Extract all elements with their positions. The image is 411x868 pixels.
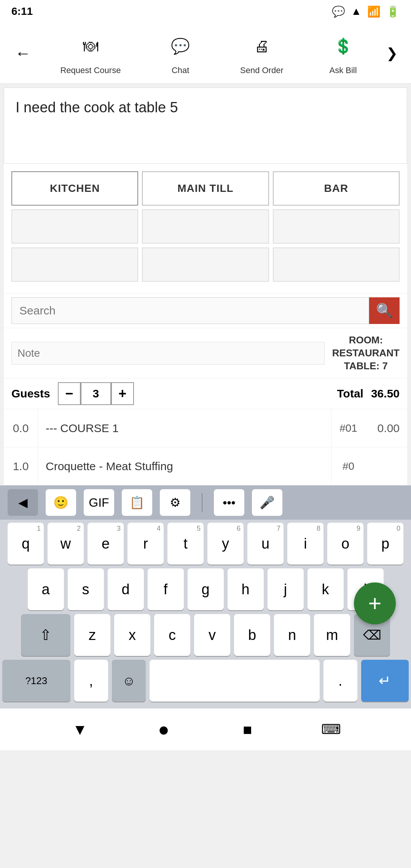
key-j[interactable]: j bbox=[268, 568, 304, 610]
nav-home-button[interactable]: ● bbox=[152, 718, 175, 741]
toolbar-separator bbox=[202, 493, 202, 512]
key-d[interactable]: d bbox=[108, 568, 144, 610]
kitchen-button[interactable]: KITCHEN bbox=[11, 171, 138, 206]
key-s[interactable]: s bbox=[68, 568, 104, 610]
key-y[interactable]: y6 bbox=[207, 523, 244, 565]
guests-plus-button[interactable]: + bbox=[111, 382, 134, 405]
search-section: 🔍 bbox=[4, 293, 407, 328]
chat-notification-icon: 💬 bbox=[332, 5, 345, 18]
key-p[interactable]: p0 bbox=[367, 523, 403, 565]
send-order-icon: 🖨 bbox=[247, 31, 277, 62]
search-icon: 🔍 bbox=[376, 303, 393, 319]
symbols-key[interactable]: ?123 bbox=[2, 660, 70, 702]
key-x[interactable]: x bbox=[114, 614, 150, 656]
status-bar: 6:11 💬 ▲ 📶 🔋 bbox=[0, 0, 411, 23]
status-icons: 💬 ▲ 📶 🔋 bbox=[332, 5, 400, 18]
comma-key[interactable]: , bbox=[74, 660, 108, 702]
mic-button[interactable]: 🎤 bbox=[252, 489, 282, 516]
shift-key[interactable]: ⇧ bbox=[21, 614, 70, 656]
key-row-2: a s d f g h j k l bbox=[2, 568, 409, 610]
key-n[interactable]: n bbox=[274, 614, 310, 656]
key-e[interactable]: e3 bbox=[88, 523, 124, 565]
key-m[interactable]: m bbox=[314, 614, 350, 656]
clipboard-button[interactable]: 📋 bbox=[122, 489, 152, 516]
total-section: Total 36.50 bbox=[337, 387, 400, 400]
nav-keyboard-button[interactable]: ⌨ bbox=[320, 718, 342, 741]
back-button[interactable]: ← bbox=[8, 44, 38, 62]
add-icon: + bbox=[368, 592, 381, 615]
request-course-button[interactable]: 🍽 Request Course bbox=[60, 31, 121, 75]
recipient-extra-1[interactable] bbox=[11, 209, 138, 244]
key-b[interactable]: b bbox=[234, 614, 270, 656]
key-k[interactable]: k bbox=[307, 568, 344, 610]
order-row-croquette[interactable]: 1.0 Croquette - Meat Stuffing #0 bbox=[4, 447, 407, 485]
total-label: Total bbox=[337, 387, 363, 400]
order-price-0: 0.00 bbox=[365, 409, 407, 447]
order-price-1 bbox=[365, 447, 407, 485]
nav-recents-button[interactable]: ■ bbox=[236, 718, 259, 741]
recipient-extra-3[interactable] bbox=[273, 209, 400, 244]
keyboard-back-icon: ◀ bbox=[18, 495, 28, 510]
restaurant-label: RESTAURANT bbox=[332, 347, 400, 360]
key-row-3: ⇧ z x c v b n m ⌫ bbox=[2, 614, 409, 656]
search-input[interactable] bbox=[11, 297, 369, 324]
key-w[interactable]: w2 bbox=[48, 523, 84, 565]
message-area[interactable]: I need the cook at table 5 bbox=[4, 88, 407, 164]
main-till-button[interactable]: MAIN TILL bbox=[142, 171, 269, 206]
order-row-course[interactable]: 0.0 --- COURSE 1 #01 0.00 bbox=[4, 409, 407, 447]
key-v[interactable]: v bbox=[194, 614, 230, 656]
spacebar-key[interactable] bbox=[150, 660, 319, 702]
total-value: 36.50 bbox=[371, 387, 400, 400]
key-u[interactable]: u7 bbox=[247, 523, 284, 565]
ask-bill-button[interactable]: 💲 Ask Bill bbox=[328, 31, 358, 75]
order-desc-1: Croquette - Meat Stuffing bbox=[38, 447, 331, 485]
search-button[interactable]: 🔍 bbox=[369, 297, 400, 324]
back-icon[interactable]: ← bbox=[15, 44, 31, 62]
emoji-key[interactable]: ☺ bbox=[112, 660, 146, 702]
enter-key[interactable]: ↵ bbox=[361, 660, 409, 702]
key-f[interactable]: f bbox=[148, 568, 184, 610]
sticker-button[interactable]: 🙂 bbox=[46, 489, 76, 516]
period-key[interactable]: . bbox=[323, 660, 357, 702]
recipient-extra-5[interactable] bbox=[142, 247, 269, 282]
chat-label: Chat bbox=[172, 65, 189, 75]
order-qty-0: 0.0 bbox=[4, 409, 38, 447]
recipient-section: KITCHEN MAIN TILL BAR bbox=[4, 164, 407, 293]
keyboard-back-button[interactable]: ◀ bbox=[8, 489, 38, 516]
send-order-button[interactable]: 🖨 Send Order bbox=[240, 31, 284, 75]
key-a[interactable]: a bbox=[28, 568, 64, 610]
add-item-fab[interactable]: + bbox=[354, 582, 396, 624]
recipient-row-1: KITCHEN MAIN TILL BAR bbox=[11, 171, 400, 206]
message-text: I need the cook at table 5 bbox=[16, 99, 178, 115]
keyboard-rows: q1 w2 e3 r4 t5 y6 u7 i8 o9 p0 a s d f g … bbox=[0, 520, 411, 705]
battery-icon: 🔋 bbox=[386, 5, 400, 18]
sticker-icon: 🙂 bbox=[53, 495, 68, 510]
keyboard-toolbar: ◀ 🙂 GIF 📋 ⚙ ••• 🎤 bbox=[0, 485, 411, 520]
key-g[interactable]: g bbox=[188, 568, 224, 610]
key-i[interactable]: i8 bbox=[287, 523, 323, 565]
recipient-extra-4[interactable] bbox=[11, 247, 138, 282]
more-options-button[interactable]: ••• bbox=[214, 489, 244, 516]
gif-button[interactable]: GIF bbox=[84, 489, 114, 516]
recipient-extra-6[interactable] bbox=[273, 247, 400, 282]
more-button[interactable]: ❯ bbox=[381, 45, 403, 61]
key-c[interactable]: c bbox=[154, 614, 190, 656]
nav-keyboard-icon: ⌨ bbox=[321, 721, 341, 737]
key-t[interactable]: t5 bbox=[167, 523, 204, 565]
guests-minus-button[interactable]: − bbox=[58, 382, 81, 405]
bar-button[interactable]: BAR bbox=[273, 171, 400, 206]
key-o[interactable]: o9 bbox=[327, 523, 363, 565]
order-desc-0: --- COURSE 1 bbox=[38, 409, 331, 447]
mic-icon: 🎤 bbox=[260, 495, 275, 510]
note-input[interactable] bbox=[11, 342, 325, 365]
key-row-1: q1 w2 e3 r4 t5 y6 u7 i8 o9 p0 bbox=[2, 523, 409, 565]
settings-button[interactable]: ⚙ bbox=[160, 489, 190, 516]
key-r[interactable]: r4 bbox=[127, 523, 164, 565]
recipient-extra-2[interactable] bbox=[142, 209, 269, 244]
key-q[interactable]: q1 bbox=[8, 523, 44, 565]
key-z[interactable]: z bbox=[74, 614, 110, 656]
recipient-row-2 bbox=[11, 209, 400, 244]
chat-button[interactable]: 💬 Chat bbox=[165, 31, 196, 75]
nav-down-button[interactable]: ▼ bbox=[68, 718, 91, 741]
key-h[interactable]: h bbox=[228, 568, 264, 610]
